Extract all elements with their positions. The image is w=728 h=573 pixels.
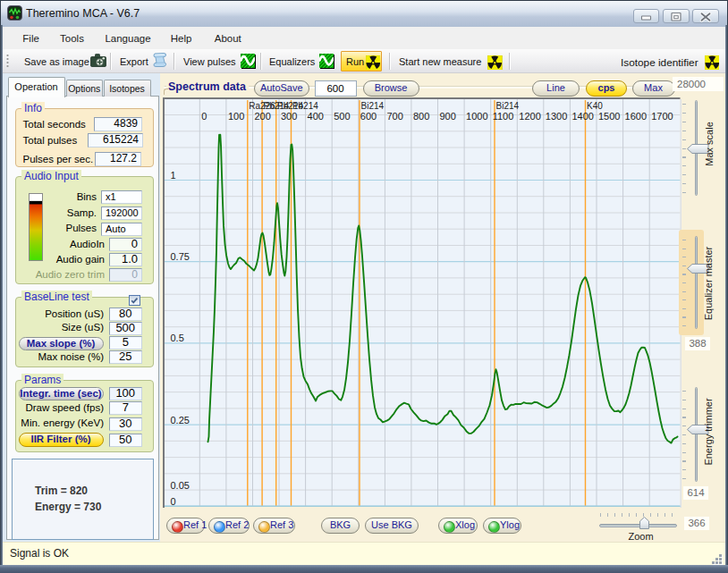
svg-text:700: 700	[386, 111, 402, 122]
svg-text:1400: 1400	[571, 111, 593, 122]
svg-text:900: 900	[439, 111, 455, 122]
svg-text:Bi214: Bi214	[360, 101, 384, 111]
svg-text:500: 500	[334, 111, 350, 122]
svg-text:800: 800	[412, 111, 428, 122]
svg-text:0: 0	[201, 111, 207, 122]
svg-text:600: 600	[360, 111, 376, 122]
svg-text:0.5: 0.5	[170, 333, 183, 343]
svg-text:200: 200	[254, 111, 270, 122]
svg-text:1100: 1100	[492, 111, 513, 122]
svg-text:0.75: 0.75	[170, 251, 189, 262]
svg-text:100: 100	[227, 111, 243, 122]
svg-text:0.05: 0.05	[170, 479, 189, 490]
svg-text:400: 400	[307, 111, 323, 122]
svg-text:1200: 1200	[519, 111, 540, 122]
svg-text:1500: 1500	[598, 111, 620, 122]
svg-text:1: 1	[170, 170, 175, 181]
svg-text:Pb214: Pb214	[292, 101, 317, 111]
svg-text:1300: 1300	[545, 111, 566, 122]
svg-text:Bi214: Bi214	[495, 101, 519, 111]
svg-text:1000: 1000	[466, 111, 487, 122]
svg-text:300: 300	[281, 111, 297, 122]
svg-text:0.25: 0.25	[170, 414, 189, 425]
svg-text:K40: K40	[587, 101, 603, 111]
svg-text:1700: 1700	[651, 111, 673, 122]
svg-text:0: 0	[170, 495, 175, 506]
svg-text:1600: 1600	[624, 111, 646, 122]
